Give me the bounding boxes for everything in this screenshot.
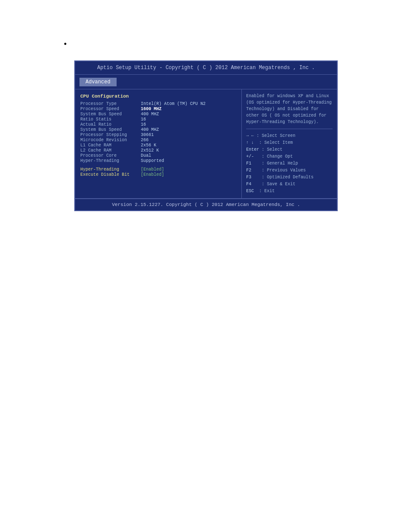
- row-value: 400 MHZ: [141, 112, 159, 117]
- table-row[interactable]: Hyper-Threading [Enabled]: [80, 167, 236, 172]
- key-help-row: +/- : Change Opt: [246, 153, 333, 160]
- key-help-row: F3 : Optimized Defaults: [246, 174, 333, 181]
- row-label-enabled: Execute Disable Bit: [80, 172, 141, 177]
- table-row: Hyper-Threading Supported: [80, 158, 236, 163]
- table-row: Microcode Revision 266: [80, 138, 236, 142]
- key-help-row: F4 : Save & Exit: [246, 181, 333, 188]
- table-row: Ratio Statis 16: [80, 117, 236, 122]
- bullet-point: •: [64, 40, 67, 49]
- row-label: Actual Ratio: [80, 122, 141, 127]
- row-label: Processor Speed: [80, 107, 141, 111]
- table-row: Processor Core Dual: [80, 153, 236, 158]
- bios-window: Aptio Setup Utility - Copyright ( C ) 20…: [74, 60, 338, 211]
- bios-menu-bar: Advanced: [75, 75, 337, 89]
- bios-left-panel: CPU Configuration Processor Type Intel(R…: [75, 89, 242, 198]
- key-help-section: → ← : Select Screen ↑ ↓ : Select Item En…: [246, 133, 333, 195]
- section-title: CPU Configuration: [80, 94, 236, 99]
- bios-right-panel: Enabled for windows XP and Linux (OS opt…: [242, 89, 337, 198]
- row-label: L2 Cache RAM: [80, 148, 141, 153]
- table-row[interactable]: Execute Disable Bit [Enabled]: [80, 172, 236, 177]
- advanced-tab[interactable]: Advanced: [79, 78, 117, 86]
- table-row: Processor Type Intel(R) Atom (TM) CPU N2: [80, 101, 236, 106]
- row-label: Processor Stepping: [80, 133, 141, 137]
- row-label: Ratio Statis: [80, 117, 141, 122]
- row-value: 1600 MHZ: [141, 107, 162, 111]
- bios-title: Aptio Setup Utility - Copyright ( C ) 20…: [75, 61, 337, 75]
- row-value: 2x512 K: [141, 148, 159, 153]
- row-value: 400 MHZ: [141, 127, 159, 132]
- table-row: System Bus Speed 400 MHZ: [80, 112, 236, 117]
- row-label: System Bus Speed: [80, 112, 141, 117]
- row-value: Intel(R) Atom (TM) CPU N2: [141, 101, 206, 106]
- bios-content-area: CPU Configuration Processor Type Intel(R…: [75, 89, 337, 198]
- row-value: 30661: [141, 133, 154, 137]
- row-label: L1 Cache RAM: [80, 143, 141, 148]
- key-help-row: F1 : General Help: [246, 160, 333, 167]
- key-help-row: Enter : Select: [246, 146, 333, 153]
- row-value-enabled: [Enabled]: [141, 172, 164, 177]
- table-row: L1 Cache RAM 2x56 K: [80, 143, 236, 148]
- key-help-row: → ← : Select Screen: [246, 133, 333, 139]
- table-row: System Bus Speed 400 MHZ: [80, 127, 236, 132]
- row-label: Microcode Revision: [80, 138, 141, 142]
- row-label: Processor Core: [80, 153, 141, 158]
- key-help-row: ↑ ↓ : Select Item: [246, 139, 333, 146]
- row-value-enabled: [Enabled]: [141, 167, 164, 172]
- row-value: 2x56 K: [141, 143, 156, 148]
- row-label: Hyper-Threading: [80, 158, 141, 163]
- row-value: 266: [141, 138, 149, 142]
- help-description-text: Enabled for windows XP and Linux (OS opt…: [246, 93, 333, 129]
- row-label: System Bus Speed: [80, 127, 141, 132]
- bios-footer: Version 2.15.1227. Copyright ( C ) 2012 …: [75, 198, 337, 210]
- row-label: Processor Type: [80, 101, 141, 106]
- row-label-enabled: Hyper-Threading: [80, 167, 141, 172]
- key-help-row: F2 : Previous Values: [246, 167, 333, 174]
- row-value: 16: [141, 122, 146, 127]
- row-value: Dual: [141, 153, 151, 158]
- table-row: Processor Speed 1600 MHZ: [80, 107, 236, 111]
- table-row: L2 Cache RAM 2x512 K: [80, 148, 236, 153]
- key-help-row: ESC : Exit: [246, 188, 333, 195]
- table-row: Processor Stepping 30661: [80, 133, 236, 137]
- row-value: Supported: [141, 158, 164, 163]
- row-value: 16: [141, 117, 146, 122]
- table-row: Actual Ratio 16: [80, 122, 236, 127]
